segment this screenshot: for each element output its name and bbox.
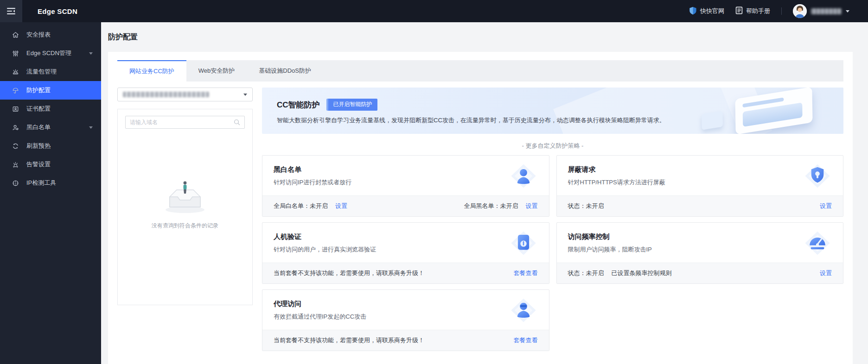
card-footer: 当前套餐不支持该功能，若需要使用，请联系商务升级！套餐查看	[262, 263, 549, 283]
manual-icon	[735, 6, 743, 16]
ip-detect-icon	[12, 179, 19, 187]
main-area: 防护配置 网站业务CC防护Web安全防护基础设施DDoS防护	[101, 22, 868, 364]
user-menu-caret-icon	[846, 10, 849, 13]
domain-group-value-masked	[123, 92, 209, 97]
card-footer-left: 全局白名单：未开启设置	[274, 202, 347, 210]
card-footer-link[interactable]: 套餐查看	[514, 269, 538, 277]
card-title: 代理访问	[274, 300, 538, 308]
sidebar-collapse-button[interactable]	[0, 0, 22, 22]
sidebar-item-label: 防护配置	[26, 86, 51, 94]
card-footer-text: 已设置条频率控制规则	[612, 269, 672, 277]
card-footer-text: 全局白名单：未开启	[274, 202, 328, 210]
card-footer-right: 设置	[820, 269, 832, 277]
app-title: Edge SCDN	[38, 7, 77, 15]
domain-group-select[interactable]	[117, 88, 253, 101]
sidebar-item-label: 安全报表	[26, 31, 51, 39]
sidebar-item-certificate[interactable]: 证书配置	[0, 100, 101, 118]
card-title: 人机验证	[274, 232, 538, 241]
card-footer-text: 全局黑名单：未开启	[464, 202, 518, 210]
card-footer-text: 状态：未开启	[568, 202, 604, 210]
card-description: 针对访问的用户，进行真实浏览器验证	[274, 245, 538, 254]
tab-bar: 网站业务CC防护Web安全防护基础设施DDoS防护	[117, 60, 843, 82]
official-site-link[interactable]: 快快官网	[689, 6, 724, 16]
protection-card: 访问频率控制限制用户访问频率，阻断攻击IP 状态：未开启已设置条频率控制规则设置	[556, 222, 844, 284]
tab-1[interactable]: Web安全防护	[186, 60, 247, 82]
sidebar-item-label: IP检测工具	[26, 179, 56, 187]
card-footer-left: 当前套餐不支持该功能，若需要使用，请联系商务升级！	[274, 269, 424, 277]
card-footer-text: 当前套餐不支持该功能，若需要使用，请联系商务升级！	[274, 269, 424, 277]
content-body: 没有查询到符合条件的记录 CC智能防护 已开启智能防护	[117, 82, 843, 351]
card-footer-right: 设置	[820, 202, 832, 210]
card-footer-left: 状态：未开启	[568, 202, 604, 210]
page-title: 防护配置	[101, 22, 868, 52]
umbrella-icon	[12, 87, 19, 94]
card-footer: 状态：未开启设置	[557, 195, 843, 216]
app-window: Edge SCDN 快快官网 帮助手册	[0, 0, 868, 364]
sidebar-item-label: Edge SCDN管理	[26, 49, 71, 57]
person-icon	[510, 163, 537, 189]
empty-state-text: 没有查询到符合条件的记录	[152, 222, 218, 230]
tab-2[interactable]: 基础设施DDoS防护	[247, 60, 323, 82]
user-menu[interactable]	[793, 4, 849, 18]
sidebar: 安全报表Edge SCDN管理流量包管理防护配置证书配置黑白名单刷新预热告警设置…	[0, 22, 101, 364]
card-footer-left: 状态：未开启已设置条频率控制规则	[568, 269, 672, 277]
card-footer-right: 全局黑名单：未开启设置	[464, 202, 538, 210]
domain-search	[125, 116, 245, 129]
card-description: 针对HTTP/HTTPS请求方法进行屏蔽	[568, 178, 832, 187]
protection-cards-grid: 黑白名单针对访问IP进行封禁或者放行 全局白名单：未开启设置全局黑名单：未开启设…	[262, 155, 843, 351]
card-description: 有效拦截通过代理IP发起的CC攻击	[274, 313, 538, 321]
sidebar-item-home[interactable]: 安全报表	[0, 25, 101, 44]
sidebar-item-alarm[interactable]: 告警设置	[0, 155, 101, 174]
card-footer-link[interactable]: 套餐查看	[514, 336, 538, 345]
sidebar-item-refresh[interactable]: 刷新预热	[0, 137, 101, 155]
hamburger-collapse-icon	[6, 7, 16, 15]
sidebar-item-label: 黑白名单	[26, 123, 51, 132]
sidebar-item-traffic[interactable]: 流量包管理	[0, 63, 101, 81]
card-footer-link[interactable]: 设置	[335, 202, 347, 210]
sidebar-nav: 安全报表Edge SCDN管理流量包管理防护配置证书配置黑白名单刷新预热告警设置…	[0, 25, 101, 192]
smart-protect-status-badge: 已开启智能防护	[326, 99, 377, 111]
select-caret-icon	[243, 94, 247, 96]
home-icon	[12, 31, 19, 38]
official-site-label: 快快官网	[700, 7, 724, 15]
domain-search-input[interactable]	[130, 119, 234, 126]
banner-title: CC智能防护	[277, 100, 320, 110]
refresh-icon	[12, 142, 19, 150]
empty-state: 没有查询到符合条件的记录	[125, 129, 245, 305]
proxy-person-icon	[510, 297, 537, 324]
expand-caret-icon	[89, 126, 93, 129]
sidebar-item-umbrella[interactable]: 防护配置	[0, 81, 101, 100]
card-footer-link[interactable]: 设置	[820, 202, 832, 210]
protection-card: 屏蔽请求针对HTTP/HTTPS请求方法进行屏蔽 状态：未开启设置	[556, 155, 844, 217]
card-title: 屏蔽请求	[568, 165, 832, 174]
sidebar-item-sliders[interactable]: Edge SCDN管理	[0, 44, 101, 63]
protection-card: 代理访问有效拦截通过代理IP发起的CC攻击 当前套餐不支持该功能，若需要使用，请…	[262, 289, 549, 351]
card-footer-link[interactable]: 设置	[820, 269, 832, 277]
cc-smart-protect-banner: CC智能防护 已开启智能防护 智能大数据分析引擎自学习业务流量基线，发现并阻断新…	[262, 88, 843, 134]
card-description: 针对访问IP进行封禁或者放行	[274, 178, 538, 187]
card-body: 屏蔽请求针对HTTP/HTTPS请求方法进行屏蔽	[557, 156, 843, 195]
tab-0[interactable]: 网站业务CC防护	[117, 60, 186, 82]
more-strategies-title: - 更多自定义防护策略 -	[262, 142, 843, 150]
protection-card: 人机验证针对访问的用户，进行真实浏览器验证 当前套餐不支持该功能，若需要使用，请…	[262, 222, 549, 284]
card-footer-link[interactable]: 设置	[526, 202, 538, 210]
domain-column: 没有查询到符合条件的记录	[117, 88, 253, 351]
card-footer-right: 套餐查看	[514, 336, 538, 345]
search-icon[interactable]	[234, 119, 240, 126]
card-body: 代理访问有效拦截通过代理IP发起的CC攻击	[262, 290, 549, 330]
sidebar-item-user[interactable]: 黑白名单	[0, 118, 101, 137]
card-footer-right: 套餐查看	[514, 269, 538, 277]
traffic-icon	[12, 68, 19, 75]
card-footer: 全局白名单：未开启设置全局黑名单：未开启设置	[262, 195, 549, 216]
user-icon	[12, 124, 19, 131]
card-body: 人机验证针对访问的用户，进行真实浏览器验证	[262, 223, 549, 263]
content-panel: 网站业务CC防护Web安全防护基础设施DDoS防护	[108, 52, 853, 364]
card-body: 黑白名单针对访问IP进行封禁或者放行	[262, 156, 549, 195]
verify-icon	[510, 230, 537, 257]
help-manual-link[interactable]: 帮助手册	[735, 6, 770, 16]
alarm-icon	[12, 161, 19, 168]
sidebar-item-ip-detect[interactable]: IP检测工具	[0, 174, 101, 192]
card-title: 黑白名单	[274, 165, 538, 174]
banner-description: 智能大数据分析引擎自学习业务流量基线，发现并阻断新型CC攻击，在流量异常时，基于…	[277, 116, 843, 125]
avatar	[793, 4, 807, 18]
